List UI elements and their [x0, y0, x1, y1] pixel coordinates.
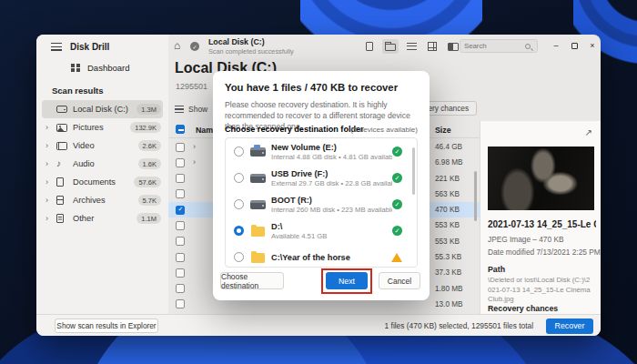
row-expand-icon[interactable]: › — [193, 142, 196, 151]
drive-icon — [250, 147, 266, 157]
side-panel-icon — [448, 43, 459, 51]
recover-button[interactable]: Recover — [546, 318, 593, 334]
grid-icon — [428, 42, 437, 51]
device-info: Available 4.51 GB — [271, 232, 392, 240]
device-info: Internal 4.88 GB disk • 4.81 GB availabl… — [271, 153, 392, 161]
row-size: 563 KB — [435, 190, 460, 198]
row-checkbox-checked[interactable] — [176, 206, 185, 215]
filter-icon — [175, 106, 184, 113]
row-checkbox[interactable] — [176, 284, 185, 293]
row-size: 1.80 MB — [435, 285, 463, 293]
list-view-button[interactable] — [403, 39, 420, 54]
folder-icon — [251, 227, 265, 237]
count-badge: 1.1M — [136, 213, 161, 224]
chevron-right-icon[interactable]: › — [46, 159, 56, 168]
device-option-boot-r[interactable]: BOOT (R:) Internal 260 MB disk • 223 MB … — [226, 191, 417, 217]
size-column-header: Size — [435, 126, 451, 135]
archives-icon — [56, 196, 64, 205]
row-size: 6.98 MB — [435, 158, 463, 167]
sidebar-item-label: Audio — [73, 159, 138, 168]
topbar: ⌂ ✓ Local Disk (C:) Scan completed succe… — [168, 35, 601, 58]
sidebar-item-pictures[interactable]: › Pictures 132.9K — [36, 118, 168, 136]
sidebar-item-documents[interactable]: › Documents 57.6K — [36, 173, 168, 191]
chevron-right-icon[interactable]: › — [46, 123, 56, 132]
sidebar-item-label: Video — [73, 141, 138, 150]
device-list-scrollbar[interactable] — [412, 147, 415, 195]
next-button[interactable]: Next — [326, 272, 368, 289]
recovery-destination-dialog: You have 1 files / 470 KB to recover Ple… — [213, 71, 430, 300]
row-checkbox[interactable] — [176, 253, 185, 262]
row-checkbox[interactable] — [176, 237, 185, 246]
radio-button[interactable] — [234, 199, 244, 209]
search-input[interactable] — [460, 42, 525, 50]
chevron-right-icon[interactable]: › — [46, 177, 56, 187]
row-checkbox[interactable] — [176, 268, 185, 278]
search-box — [460, 39, 538, 53]
sidebar-item-label: Archives — [73, 196, 138, 205]
row-checkbox[interactable] — [176, 299, 185, 308]
show-in-explorer-button[interactable]: Show scan results in Explorer — [55, 318, 158, 333]
sidebar-item-label: Documents — [73, 177, 134, 187]
file-type-size: JPEG Image – 470 KB — [488, 235, 563, 244]
recovery-chances-label: Recovery chances — [488, 304, 558, 313]
row-expand-icon[interactable]: › — [193, 157, 196, 167]
count-badge: 2.6K — [138, 140, 161, 151]
ok-status-icon: ✓ — [392, 226, 402, 236]
device-option-new-volume-e[interactable]: New Volume (E:) Internal 4.88 GB disk • … — [226, 138, 417, 165]
chevron-right-icon[interactable]: › — [46, 196, 56, 205]
sidebar-item-audio[interactable]: › ♪ Audio 1.6K — [36, 155, 168, 173]
row-checkbox[interactable] — [176, 174, 185, 183]
close-button[interactable]: × — [585, 38, 600, 53]
count-badge: 1.3M — [136, 104, 161, 115]
row-size: 55.3 KB — [435, 253, 461, 261]
device-option-usb-drive-f[interactable]: USB Drive (F:) External 29.7 GB disk • 2… — [226, 165, 417, 191]
sidebar-item-archives[interactable]: › Archives 5.7K — [36, 191, 168, 209]
sidebar-item-video[interactable]: › Video 2.6K — [36, 136, 168, 155]
sidebar-item-local-disk-c[interactable]: Local Disk (C:) 1.3M — [42, 100, 163, 118]
device-option-d-drive[interactable]: D:\ Available 4.51 GB ✓ — [226, 217, 417, 244]
maximize-icon — [571, 43, 578, 49]
device-name: USB Drive (F:) — [271, 169, 392, 178]
location-block: Local Disk (C:) Scan completed successfu… — [208, 37, 294, 56]
chevron-right-icon[interactable]: › — [46, 214, 56, 223]
count-badge: 57.6K — [134, 177, 161, 187]
ok-status-icon: ✓ — [392, 147, 402, 157]
row-checkbox[interactable] — [176, 189, 185, 198]
select-all-checkbox[interactable] — [176, 125, 185, 134]
table-scrollbar[interactable] — [474, 171, 477, 221]
pictures-icon — [56, 124, 67, 132]
sidebar-item-dashboard[interactable]: Dashboard — [36, 57, 168, 78]
open-external-icon[interactable]: ↗ — [585, 127, 592, 137]
sidebar-item-other[interactable]: › Other 1.1M — [36, 209, 168, 228]
count-badge: 132.9K — [130, 122, 161, 133]
ok-status-icon: ✓ — [392, 173, 402, 183]
show-filter-button[interactable]: Show — [175, 102, 207, 116]
row-checkbox[interactable] — [176, 143, 185, 152]
grid-view-button[interactable] — [424, 39, 440, 54]
device-name: New Volume (E:) — [271, 143, 392, 152]
radio-button[interactable] — [234, 252, 244, 262]
menu-icon[interactable] — [51, 43, 62, 51]
selection-summary: 1 files (470 KB) selected, 1295501 files… — [385, 321, 533, 330]
warning-status-icon — [391, 253, 402, 262]
row-checkbox[interactable] — [176, 158, 185, 167]
folder-icon — [385, 44, 396, 51]
row-size: 553 KB — [435, 238, 460, 246]
cancel-button[interactable]: Cancel — [379, 272, 420, 289]
row-checkbox[interactable] — [176, 221, 185, 230]
other-files-icon — [56, 214, 64, 223]
radio-button[interactable] — [234, 147, 244, 157]
radio-button[interactable] — [234, 173, 244, 183]
chevron-right-icon[interactable]: › — [46, 141, 56, 150]
new-file-button[interactable] — [361, 39, 378, 54]
minimize-button[interactable]: – — [549, 38, 563, 53]
destination-device-list: New Volume (E:) Internal 4.88 GB disk • … — [225, 137, 418, 268]
maximize-button[interactable] — [567, 38, 581, 53]
folder-view-button[interactable] — [382, 39, 399, 54]
choose-destination-button[interactable]: Choose destination — [220, 272, 284, 289]
device-option-year-of-the-horse[interactable]: C:\Year of the horse — [226, 244, 417, 268]
video-icon — [56, 142, 67, 150]
radio-button-selected[interactable] — [234, 226, 244, 236]
sidebar-item-label: Local Disk (C:) — [73, 105, 136, 114]
home-icon[interactable]: ⌂ — [174, 39, 180, 52]
